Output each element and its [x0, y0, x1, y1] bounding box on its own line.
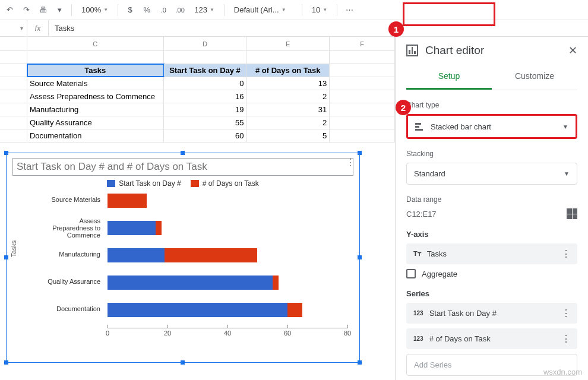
- data-range-value[interactable]: C12:E17: [406, 210, 437, 218]
- bar-segment[interactable]: [108, 194, 147, 208]
- formula-value[interactable]: Tasks: [49, 24, 74, 33]
- cell-days[interactable]: 5: [246, 129, 330, 142]
- chart-menu-icon[interactable]: ⋮: [346, 157, 356, 168]
- cell-start[interactable]: 19: [164, 103, 247, 116]
- legend-swatch-blue: [107, 180, 115, 187]
- header-tasks[interactable]: Tasks: [27, 64, 164, 77]
- bar-segment[interactable]: [108, 276, 273, 290]
- checkbox-icon: [406, 269, 416, 278]
- increase-decimal[interactable]: .00: [174, 4, 186, 16]
- cell-task[interactable]: Assess Preparedness to Commence: [27, 90, 164, 103]
- bar-segment[interactable]: [156, 221, 162, 235]
- cell-task[interactable]: Manufacturing: [27, 103, 164, 116]
- annotation-circle-1: 1: [388, 21, 404, 37]
- series-item-2[interactable]: 123 # of Days on Task ⋮: [406, 328, 577, 349]
- paint-format-icon[interactable]: ▾: [53, 4, 65, 16]
- toolbar: ↶ ↷ 🖶 ▾ 100%▼ $ % .0 .00 123▼ Default (A…: [0, 0, 588, 20]
- col-D[interactable]: D: [164, 37, 247, 50]
- chart-plot: Tasks 020406080 Source MaterialsAssess P…: [30, 191, 353, 340]
- zoom-select[interactable]: 100%▼: [78, 4, 112, 15]
- cell-days[interactable]: 2: [246, 116, 330, 129]
- stacked-bar-icon: [415, 122, 425, 131]
- svg-rect-0: [415, 123, 421, 125]
- cell-start[interactable]: 60: [164, 129, 247, 142]
- bar-segment[interactable]: [273, 276, 279, 290]
- cell-days[interactable]: 2: [246, 90, 330, 103]
- yaxis-label: Y-axis: [406, 230, 577, 239]
- x-tick: 40: [224, 330, 231, 337]
- cell-days[interactable]: 13: [246, 77, 330, 90]
- col-E[interactable]: E: [246, 37, 330, 50]
- cell-start[interactable]: 0: [164, 77, 247, 90]
- table-row[interactable]: Quality Assurance552: [0, 116, 395, 129]
- series-item-1[interactable]: 123 Start Task on Day # ⋮: [406, 303, 577, 324]
- header-start[interactable]: Start Task on Day #: [164, 64, 247, 77]
- cell-days[interactable]: 31: [246, 103, 330, 116]
- table-row[interactable]: Source Materials013: [0, 77, 395, 90]
- table-header-row[interactable]: Tasks Start Task on Day # # of Days on T…: [0, 64, 395, 77]
- category-label: Documentation: [30, 305, 104, 312]
- cell-task[interactable]: Documentation: [27, 129, 164, 142]
- font-select[interactable]: Default (Ari...▼: [230, 4, 296, 15]
- column-headers: C D E F: [0, 37, 395, 51]
- number-format[interactable]: 123▼: [191, 4, 218, 15]
- more-icon[interactable]: ⋮: [561, 248, 571, 259]
- bar-segment[interactable]: [287, 303, 302, 317]
- print-icon[interactable]: 🖶: [37, 4, 49, 16]
- chart-type-select[interactable]: Stacked bar chart ▼: [406, 114, 577, 139]
- tab-customize[interactable]: Customize: [492, 64, 577, 90]
- x-tick: 0: [106, 330, 109, 337]
- data-range-label: Data range: [406, 195, 577, 204]
- col-C[interactable]: C: [27, 37, 164, 50]
- chart-editor-title: Chart editor: [425, 44, 484, 57]
- percent-format[interactable]: %: [141, 4, 153, 16]
- stacking-label: Stacking: [406, 150, 577, 158]
- cell-task[interactable]: Quality Assurance: [27, 116, 164, 129]
- cell-task[interactable]: Source Materials: [27, 77, 164, 90]
- chevron-down-icon: ▼: [562, 124, 568, 130]
- cell-start[interactable]: 55: [164, 116, 247, 129]
- chevron-down-icon: ▼: [564, 170, 570, 177]
- bar-segment[interactable]: [108, 303, 287, 317]
- y-axis-label: Tasks: [10, 240, 17, 257]
- data-range-picker-icon[interactable]: [567, 208, 577, 219]
- embedded-chart[interactable]: ⋮ Start Task on Day # and # of Days on T…: [6, 153, 360, 363]
- chart-title[interactable]: Start Task on Day # and # of Days on Tas…: [12, 158, 353, 176]
- bar-segment[interactable]: [165, 248, 258, 262]
- decrease-decimal[interactable]: .0: [157, 4, 169, 16]
- tab-setup[interactable]: Setup: [406, 64, 492, 90]
- undo-icon[interactable]: ↶: [4, 4, 15, 16]
- category-label: Manufacturing: [30, 251, 104, 258]
- cell-start[interactable]: 16: [164, 90, 247, 103]
- stacking-select[interactable]: Standard ▼: [406, 163, 577, 185]
- more-toolbar-icon[interactable]: ⋯: [343, 4, 355, 16]
- col-F[interactable]: F: [330, 37, 395, 50]
- spreadsheet-area[interactable]: C D E F Tasks Start Task on Day # # of D…: [0, 37, 396, 380]
- close-icon[interactable]: ✕: [568, 44, 577, 57]
- watermark: wsxdn.com: [543, 368, 582, 376]
- more-icon[interactable]: ⋮: [561, 333, 571, 344]
- redo-icon[interactable]: ↷: [20, 4, 32, 16]
- yaxis-field[interactable]: Tᴛ Tasks ⋮: [406, 243, 577, 264]
- bar-segment[interactable]: [108, 248, 165, 262]
- fx-icon: fx: [27, 20, 49, 36]
- chart-type-label: Chart type: [406, 101, 577, 109]
- chart-editor-icon: [406, 45, 418, 56]
- annotation-circle-2: 2: [396, 100, 411, 115]
- x-tick: 60: [284, 330, 291, 337]
- fontsize-select[interactable]: 10▼: [308, 4, 331, 15]
- header-days[interactable]: # of Days on Task: [246, 64, 330, 77]
- formula-bar: ▾ fx Tasks: [0, 20, 588, 37]
- category-label: Assess Preparedness toCommence: [30, 217, 104, 239]
- currency-format[interactable]: $: [124, 4, 136, 16]
- chart-editor-panel: Chart editor ✕ Setup Customize Chart typ…: [396, 37, 588, 380]
- bar-segment[interactable]: [108, 221, 156, 235]
- more-icon[interactable]: ⋮: [561, 308, 571, 319]
- table-row[interactable]: Manufacturing1931: [0, 103, 395, 116]
- table-row[interactable]: Documentation605: [0, 129, 395, 142]
- chart-legend: Start Task on Day # # of Days on Task: [7, 179, 359, 188]
- namebox[interactable]: ▾: [0, 20, 27, 36]
- category-label: Source Materials: [30, 196, 104, 203]
- table-row[interactable]: Assess Preparedness to Commence162: [0, 90, 395, 103]
- aggregate-checkbox[interactable]: Aggregate: [406, 269, 577, 278]
